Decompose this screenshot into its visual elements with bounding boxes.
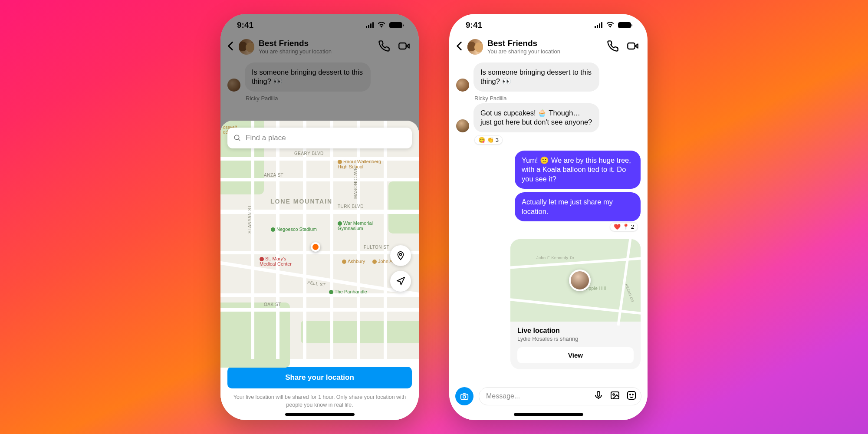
image-icon[interactable] bbox=[610, 390, 620, 402]
camera-button[interactable] bbox=[455, 387, 473, 405]
video-icon[interactable] bbox=[627, 40, 639, 54]
sheet-footer: Share your location Your live location w… bbox=[220, 359, 419, 420]
home-indicator[interactable] bbox=[285, 413, 355, 416]
group-avatar[interactable] bbox=[467, 39, 483, 55]
poi-label: The Panhandle bbox=[329, 289, 367, 294]
message-bubble[interactable]: Yum! 🙂 We are by this huge tree, with a … bbox=[515, 151, 641, 189]
search-icon bbox=[233, 134, 241, 142]
view-location-button[interactable]: View bbox=[517, 347, 634, 363]
poi-label: Raoul Wallenberg High School bbox=[338, 159, 390, 169]
district-label: LONE MOUNTAIN bbox=[270, 198, 332, 205]
phone-icon[interactable] bbox=[607, 40, 619, 54]
poi-label: Ashbury bbox=[342, 259, 365, 264]
wifi-icon bbox=[606, 20, 615, 30]
street-label: FULTON ST bbox=[364, 245, 389, 250]
battery-icon bbox=[618, 22, 631, 28]
svg-marker-5 bbox=[397, 277, 404, 285]
street-label: GEARY BLVD bbox=[294, 151, 324, 156]
map[interactable]: GEARY BLVD TURK BLVD FULTON ST FELL ST O… bbox=[220, 121, 419, 359]
messages-area[interactable]: Is someone bringing dessert to this thin… bbox=[449, 61, 648, 369]
recenter-button[interactable] bbox=[390, 271, 411, 292]
location-card-title: Live location bbox=[517, 327, 634, 335]
sticker-icon[interactable] bbox=[626, 390, 637, 402]
status-time: 9:41 bbox=[466, 20, 482, 30]
street-label: ANZA ST bbox=[264, 173, 283, 178]
shared-user-avatar bbox=[569, 270, 591, 291]
message-bubble[interactable]: Got us cupcakes! 🧁 Though… just got here… bbox=[473, 103, 599, 132]
message-placeholder: Message... bbox=[486, 392, 520, 400]
drop-pin-button[interactable] bbox=[390, 245, 411, 266]
phone-chat: 9:41 Best Friends You are sharing your l… bbox=[449, 14, 648, 420]
avatar[interactable] bbox=[456, 79, 469, 92]
poi-label: St. Mary's Medical Center bbox=[260, 256, 303, 266]
svg-rect-13 bbox=[628, 391, 635, 399]
sender-name: Ricky Padilla bbox=[474, 95, 641, 102]
svg-rect-6 bbox=[628, 43, 635, 49]
svg-point-12 bbox=[613, 394, 615, 395]
poi-label: Negoesco Stadium bbox=[271, 227, 317, 232]
share-location-button[interactable]: Share your location bbox=[227, 367, 412, 388]
reactions-pill[interactable]: ❤️ 📍 2 bbox=[610, 222, 638, 231]
poi-label: War Memorial Gymnasium bbox=[338, 220, 381, 231]
svg-point-4 bbox=[400, 253, 402, 256]
home-indicator[interactable] bbox=[514, 413, 583, 416]
cellular-icon bbox=[595, 22, 602, 28]
chat-header: Best Friends You are sharing your locati… bbox=[449, 36, 648, 61]
search-placeholder: Find a place bbox=[246, 134, 286, 142]
svg-rect-10 bbox=[597, 391, 600, 396]
status-icons bbox=[595, 20, 631, 30]
message-bubble[interactable]: Actually let me just share my location. bbox=[515, 192, 641, 221]
message-bubble[interactable]: Is someone bringing dessert to this thin… bbox=[473, 62, 599, 92]
location-sheet: GEARY BLVD TURK BLVD FULTON ST FELL ST O… bbox=[220, 121, 419, 420]
chat-subtitle: You are sharing your location bbox=[487, 48, 602, 55]
phone-location-sheet: 9:41 Best Friends You are sharing your l… bbox=[220, 14, 419, 420]
svg-point-15 bbox=[632, 394, 633, 395]
current-location-dot bbox=[311, 242, 320, 252]
svg-line-3 bbox=[238, 139, 240, 141]
street-label: MASONIC AVE bbox=[353, 167, 358, 199]
share-disclaimer: Your live location will be shared for 1 … bbox=[227, 394, 412, 409]
message-input[interactable]: Message... bbox=[479, 387, 641, 405]
back-icon[interactable] bbox=[455, 41, 463, 53]
chat-title-block[interactable]: Best Friends You are sharing your locati… bbox=[487, 39, 602, 55]
reactions-pill[interactable]: 😋 👏 3 bbox=[474, 135, 503, 145]
street-label: STANYAN ST bbox=[247, 205, 252, 233]
street-label: TURK BLVD bbox=[338, 204, 364, 209]
mic-icon[interactable] bbox=[593, 390, 604, 402]
status-bar: 9:41 bbox=[449, 14, 648, 36]
chat-title: Best Friends bbox=[487, 39, 602, 48]
svg-point-2 bbox=[234, 135, 239, 140]
location-card-map: John-F-Kennedy-Dr Hippie Hill KEZAR DR bbox=[510, 239, 641, 322]
svg-point-9 bbox=[463, 395, 466, 398]
svg-rect-8 bbox=[461, 394, 468, 399]
location-card-subtitle: Lydie Rosales is sharing bbox=[517, 335, 634, 342]
live-location-card[interactable]: John-F-Kennedy-Dr Hippie Hill KEZAR DR L… bbox=[510, 239, 641, 369]
avatar[interactable] bbox=[456, 119, 469, 132]
svg-point-14 bbox=[630, 394, 631, 395]
search-place-input[interactable]: Find a place bbox=[227, 128, 412, 148]
svg-marker-7 bbox=[635, 44, 638, 48]
street-label: OAK ST bbox=[264, 302, 281, 307]
